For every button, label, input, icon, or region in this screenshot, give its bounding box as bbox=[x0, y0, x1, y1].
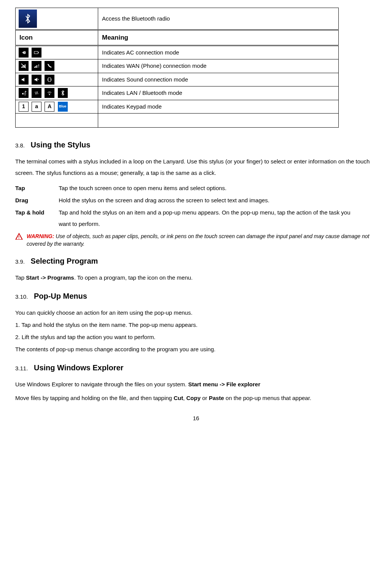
plug-icon bbox=[19, 48, 29, 58]
definition-desc: Hold the stylus on the screen and drag a… bbox=[59, 195, 363, 206]
definition-desc: Tap and hold the stylus on an item and a… bbox=[59, 207, 363, 230]
meaning-cell: Access the Bluetooth radio bbox=[98, 8, 339, 30]
definition-term: Drag bbox=[15, 195, 57, 206]
svg-text:+: + bbox=[25, 90, 27, 93]
icon-meaning-table: Access the Bluetooth radio Icon Meaning … bbox=[15, 8, 339, 128]
section-heading: 3.10. Pop-Up Menus bbox=[15, 290, 377, 302]
paragraph: Move files by tapping and holding on the… bbox=[15, 394, 377, 403]
bold-text: Start -> Programs bbox=[26, 274, 74, 281]
icon-cell: + bbox=[16, 86, 98, 100]
table-row-empty bbox=[16, 114, 339, 128]
definition-term: Tap & hold bbox=[15, 207, 57, 218]
definition-row: Tap Tap the touch screen once to open me… bbox=[15, 182, 377, 194]
paragraph: Tap Start -> Programs. To open a program… bbox=[15, 272, 377, 283]
table-row: Indicates AC connection mode bbox=[16, 45, 339, 59]
text: Use Windows Explorer to navigate through… bbox=[15, 381, 188, 387]
bold-text: Cut bbox=[174, 395, 183, 401]
table-row: Indicates Sound connection mode bbox=[16, 73, 339, 86]
bold-text: Copy bbox=[186, 395, 201, 401]
section-number: 3.10. bbox=[15, 293, 28, 300]
bold-text: Paste bbox=[209, 395, 224, 401]
section-title: Using Windows Explorer bbox=[34, 363, 123, 372]
text: Move files by tapping and holding on the… bbox=[15, 395, 174, 401]
definition-term: Tap bbox=[15, 182, 57, 194]
warning-label: WARNING: bbox=[27, 233, 54, 239]
icon-cell bbox=[16, 114, 98, 128]
warning-text: WARNING: Use of objects, such as paper c… bbox=[27, 233, 377, 248]
table-row: Access the Bluetooth radio bbox=[16, 8, 339, 30]
definition-row: Tap & hold Tap and hold the stylus on an… bbox=[15, 207, 377, 230]
icon-cell: 1 a A Blue bbox=[16, 100, 98, 114]
icon-cell: ! bbox=[16, 59, 98, 73]
text: or bbox=[201, 395, 209, 401]
section-title: Selecting Program bbox=[31, 257, 98, 265]
meaning-cell bbox=[98, 114, 339, 128]
keypad-a-upper-icon: A bbox=[45, 102, 54, 112]
page-number: 16 bbox=[15, 414, 377, 423]
paragraph: You can quickly choose an action for an … bbox=[15, 307, 377, 319]
paragraph: 2. Lift the stylus and tap the action yo… bbox=[15, 331, 377, 343]
header-icon: Icon bbox=[16, 30, 98, 46]
icon-cell bbox=[16, 8, 98, 30]
wifi-search-icon: + bbox=[19, 88, 29, 98]
section-number: 3.8. bbox=[15, 142, 25, 149]
svg-point-6 bbox=[49, 94, 50, 95]
header-meaning: Meaning bbox=[98, 30, 339, 46]
definition-desc: Tap the touch screen once to open menu i… bbox=[59, 182, 363, 194]
signal-warn-icon: ! bbox=[32, 61, 41, 71]
meaning-cell: Indicates Sound connection mode bbox=[98, 73, 339, 86]
battery-icon bbox=[32, 48, 41, 58]
warning-icon: ! bbox=[15, 233, 23, 240]
table-row: 1 a A Blue Indicates Keypad mode bbox=[16, 100, 339, 114]
warning-body: Use of objects, such as paper clips, pen… bbox=[27, 233, 369, 247]
meaning-cell: Indicates Keypad mode bbox=[98, 100, 339, 114]
phone-off-icon bbox=[45, 61, 54, 71]
bluetooth-small-icon bbox=[58, 88, 68, 98]
meaning-cell: Indicates AC connection mode bbox=[98, 45, 339, 59]
section-heading: 3.11. Using Windows Explorer bbox=[15, 362, 377, 373]
bluetooth-icon bbox=[19, 10, 37, 28]
section-title: Using the Stylus bbox=[31, 141, 91, 149]
signal-off-icon bbox=[19, 61, 29, 71]
svg-point-4 bbox=[22, 93, 24, 94]
wifi-icon bbox=[45, 88, 54, 98]
speaker-mute-icon bbox=[32, 75, 41, 85]
speaker-low-icon bbox=[19, 75, 29, 85]
table-row: ! Indicates WAN (Phone) connection mode bbox=[16, 59, 339, 73]
text: Tap bbox=[15, 274, 26, 281]
keypad-1-icon: 1 bbox=[19, 102, 29, 112]
keypad-a-lower-icon: a bbox=[32, 102, 41, 112]
svg-rect-1 bbox=[38, 52, 39, 53]
meaning-cell: Indicates LAN / Bluetooth mode bbox=[98, 86, 339, 100]
section-title: Pop-Up Menus bbox=[34, 292, 87, 300]
vibrate-icon bbox=[45, 75, 54, 85]
meaning-cell: Indicates WAN (Phone) connection mode bbox=[98, 59, 339, 73]
svg-rect-0 bbox=[34, 51, 38, 54]
bold-text: Start menu -> File explorer bbox=[188, 381, 260, 387]
definition-row: Drag Hold the stylus on the screen and d… bbox=[15, 195, 377, 206]
keypad-blue-icon: Blue bbox=[58, 102, 68, 112]
icon-cell bbox=[16, 45, 98, 59]
table-header-row: Icon Meaning bbox=[16, 30, 339, 46]
text: . To open a program, tap the icon on the… bbox=[74, 274, 193, 281]
section-number: 3.11. bbox=[15, 365, 28, 371]
paragraph: The contents of pop-up menus change acco… bbox=[15, 344, 377, 355]
svg-text:!: ! bbox=[38, 64, 39, 68]
text: on the pop-up menus that appear. bbox=[224, 395, 311, 401]
paragraph: 1. Tap and hold the stylus on the item n… bbox=[15, 319, 377, 331]
paragraph: The terminal comes with a stylus include… bbox=[15, 156, 377, 179]
data-transfer-icon bbox=[32, 88, 41, 98]
paragraph: Use Windows Explorer to navigate through… bbox=[15, 379, 377, 390]
svg-rect-3 bbox=[48, 78, 51, 82]
section-heading: 3.9. Selecting Program bbox=[15, 255, 377, 267]
warning-block: ! WARNING: Use of objects, such as paper… bbox=[15, 233, 377, 248]
section-heading: 3.8. Using the Stylus bbox=[15, 139, 377, 150]
section-number: 3.9. bbox=[15, 258, 25, 265]
table-row: + Indicates LAN / Bluetooth mode bbox=[16, 86, 339, 100]
icon-cell bbox=[16, 73, 98, 86]
